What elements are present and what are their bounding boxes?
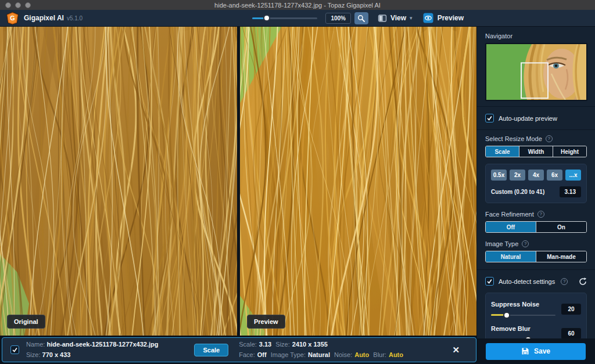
status-scale-value: 3.13 [259,341,271,348]
scale-panel: 0.5x 2x 4x 6x ...x Custom (0.20 to 41) 3… [485,164,587,203]
file-bar: Name: hide-and-seek-1251178-1277x432.jpg… [0,336,476,364]
original-image[interactable]: Original [0,27,237,336]
app-name: Gigapixel AI [24,14,64,22]
status-face-label: Face: [239,351,255,358]
settings-sidebar: Navigator [476,27,595,338]
view-label: View [390,14,406,22]
refresh-icon [579,277,587,286]
resize-mode-title: Select Resize Mode [485,135,542,142]
checkbox-checked[interactable] [485,277,494,286]
navigator-thumbnail[interactable] [485,43,587,101]
titlebar: hide-and-seek-1251178-1277x432.jpg - Top… [0,0,595,10]
split-view-icon [378,14,387,23]
file-name-value: hide-and-seek-1251178-1277x432.jpg [46,341,158,348]
help-icon[interactable]: ? [546,135,553,142]
app-toolbar: G Gigapixel AI v5.1.0 100% View ▾ [0,10,595,27]
status-imagetype-value: Natural [308,351,330,358]
save-floppy-icon [521,347,529,355]
window-controls[interactable] [5,2,31,8]
check-icon [12,347,18,353]
resize-mode-height[interactable]: Height [553,146,586,157]
custom-scale-input[interactable]: 3.13 [560,186,581,197]
preview-image[interactable]: Preview [240,27,476,336]
auto-detect-settings-checkbox[interactable]: Auto-detect settings ? [485,275,587,287]
preset-2x-button[interactable]: 2x [510,170,525,181]
refresh-button[interactable] [579,277,587,286]
resize-mode-segmented: Scale Width Height [485,146,587,157]
app-version: v5.1.0 [67,15,83,21]
app-window: hide-and-seek-1251178-1277x432.jpg - Top… [0,0,595,364]
file-name-label: Name: [26,341,45,348]
close-file-icon[interactable]: ✕ [452,345,460,355]
zoom-slider-thumb[interactable] [263,15,270,21]
preset-0-5x-button[interactable]: 0.5x [491,170,507,181]
status-noise-label: Noise: [334,351,352,358]
help-icon[interactable]: ? [522,240,529,247]
suppress-noise-value[interactable]: 20 [561,304,581,315]
check-icon [486,115,493,121]
status-size-value: 2410 x 1355 [292,341,328,348]
suppress-noise-thumb[interactable] [503,312,510,319]
file-status: Scale:3.13 Size:2410 x 1355 Face:Off Ima… [239,340,406,359]
save-button-label: Save [534,347,550,355]
resize-mode-width[interactable]: Width [519,146,553,157]
save-button[interactable]: Save [486,343,586,360]
zoom-slider[interactable] [252,14,317,22]
resize-mode-scale[interactable]: Scale [486,146,519,157]
image-type-title: Image Type [485,240,518,247]
preview-badge: Preview [247,315,285,329]
preset-6x-button[interactable]: 6x [547,170,562,181]
help-icon[interactable]: ? [561,278,568,285]
check-icon [486,278,493,284]
save-area: Save [476,338,595,364]
magnifier-button[interactable] [354,12,368,24]
status-face-value: Off [257,351,267,358]
navigator-viewport[interactable] [521,63,548,98]
original-hair-photo [0,27,237,336]
preview-toggle-button[interactable]: Preview [423,13,464,23]
close-window-icon[interactable] [5,2,11,8]
view-menu-button[interactable]: View ▾ [378,14,413,23]
help-icon[interactable]: ? [537,211,544,218]
status-noise-value: Auto [354,351,369,358]
eye-icon [423,13,433,23]
checkbox-checked[interactable] [485,114,494,122]
chevron-down-icon: ▾ [410,15,413,21]
remove-blur-label: Remove Blur [491,325,555,332]
file-checkbox[interactable] [10,345,19,354]
zoom-level-value[interactable]: 100% [325,13,351,24]
face-refinement-title: Face Refinement [485,211,534,218]
file-size-label: Size: [26,351,40,358]
file-size-value: 770 x 433 [42,351,71,358]
preset-4x-button[interactable]: 4x [528,170,544,181]
gigapixel-logo-icon: G [6,12,19,25]
file-info: Name: hide-and-seek-1251178-1277x432.jpg… [26,340,158,359]
scale-mode-chip[interactable]: Scale [194,344,228,356]
face-refinement-segmented: Off On [485,221,587,233]
window-title: hide-and-seek-1251178-1277x432.jpg - Top… [0,2,595,9]
file-row[interactable]: Name: hide-and-seek-1251178-1277x432.jpg… [2,337,476,362]
image-type-natural[interactable]: Natural [486,251,536,262]
custom-scale-label: Custom (0.20 to 41) [491,189,544,195]
preview-toggle-label: Preview [438,14,464,22]
navigator-image [486,44,586,100]
preset-custom-button[interactable]: ...x [565,170,581,181]
image-type-manmade[interactable]: Man-made [536,251,586,262]
status-blur-label: Blur: [373,351,386,358]
maximize-window-icon[interactable] [25,2,31,8]
auto-detect-settings-label: Auto-detect settings [499,278,555,285]
minimize-window-icon[interactable] [15,2,21,8]
auto-update-preview-label: Auto-update preview [499,115,557,122]
magnifier-icon [357,15,365,22]
status-scale-label: Scale: [239,341,257,348]
face-refinement-off[interactable]: Off [486,222,536,232]
suppress-noise-label: Suppress Noise [491,301,555,308]
image-type-segmented: Natural Man-made [485,251,587,262]
svg-text:G: G [10,15,15,21]
remove-blur-value[interactable]: 60 [561,328,581,339]
suppress-noise-slider[interactable] [491,312,555,319]
preview-hair-photo [240,27,476,336]
face-refinement-on[interactable]: On [536,222,586,232]
status-imagetype-label: Image Type: [271,351,306,358]
auto-update-preview-checkbox[interactable]: Auto-update preview [485,112,587,124]
